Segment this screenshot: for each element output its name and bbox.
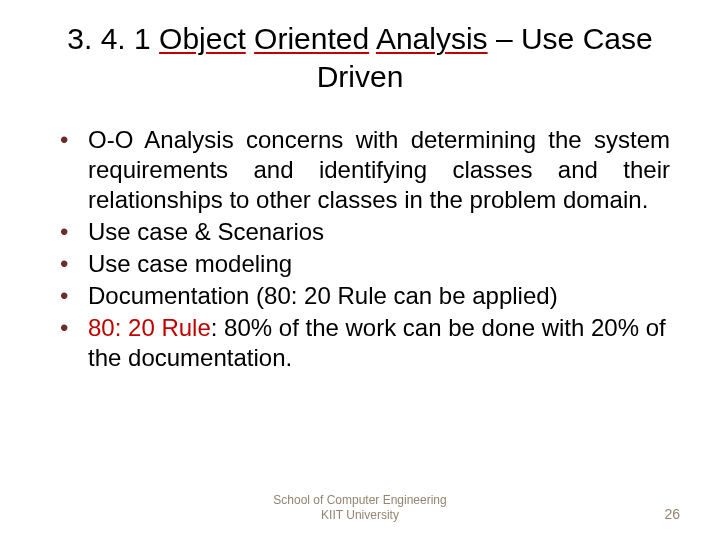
slide-title: 3. 4. 1 Object Oriented Analysis – Use C… (0, 0, 720, 105)
list-item: Use case modeling (60, 249, 670, 279)
footer-text: School of Computer Engineering KIIT Univ… (0, 493, 720, 522)
bullet-text: Documentation (80: 20 Rule can be applie… (88, 282, 558, 309)
rule-label: 80: 20 Rule (88, 314, 211, 341)
bullet-list: O-O Analysis concerns with determining t… (60, 125, 670, 373)
slide-footer: School of Computer Engineering KIIT Univ… (0, 493, 720, 522)
list-item: Use case & Scenarios (60, 217, 670, 247)
footer-line2: KIIT University (0, 508, 720, 522)
bullet-text: O-O Analysis concerns with determining t… (88, 126, 670, 213)
footer-line1: School of Computer Engineering (0, 493, 720, 507)
bullet-text: Use case & Scenarios (88, 218, 324, 245)
title-word-analysis: Analysis (376, 22, 488, 55)
title-prefix: 3. 4. 1 (67, 22, 159, 55)
list-item: 80: 20 Rule: 80% of the work can be done… (60, 313, 670, 373)
list-item: Documentation (80: 20 Rule can be applie… (60, 281, 670, 311)
bullet-text: Use case modeling (88, 250, 292, 277)
title-word-oriented: Oriented (254, 22, 369, 55)
title-word-object: Object (159, 22, 246, 55)
list-item: O-O Analysis concerns with determining t… (60, 125, 670, 215)
page-number: 26 (664, 506, 680, 522)
slide-content: O-O Analysis concerns with determining t… (0, 105, 720, 373)
